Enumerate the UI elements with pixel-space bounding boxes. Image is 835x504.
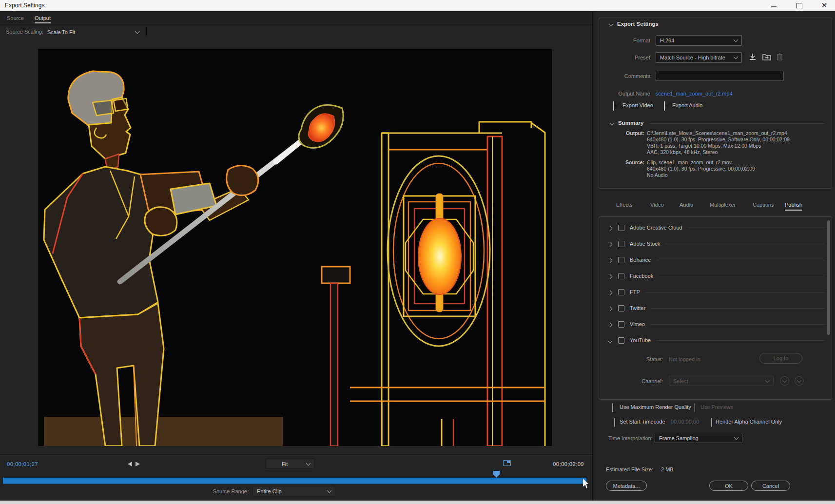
publish-item-vimeo[interactable]: Vimeo [608, 319, 825, 329]
zoom-level-value: Fit [282, 461, 288, 467]
step-back-icon[interactable] [128, 462, 132, 466]
export-settings-dialog: Export Settings Source Output Source Sca… [0, 0, 835, 504]
publish-item-facebook[interactable]: Facebook [608, 271, 825, 281]
summary-output-line: 640x480 (1.0), 30 fps, Progressive, Soft… [647, 136, 790, 142]
publish-checkbox[interactable] [618, 273, 624, 279]
cancel-button[interactable]: Cancel [751, 481, 790, 491]
output-name-label: Output Name: [600, 91, 652, 97]
preset-label: Preset: [600, 55, 652, 60]
chevron-right-icon[interactable] [608, 255, 618, 264]
source-scaling-dropdown[interactable]: Scale To Fit [43, 27, 143, 37]
save-preset-icon[interactable] [748, 53, 757, 61]
tab-source[interactable]: Source [7, 15, 24, 21]
close-icon[interactable] [820, 1, 829, 10]
set-start-timecode-checkbox[interactable] [614, 418, 615, 427]
metadata-button[interactable]: Metadata... [606, 481, 647, 491]
summary-header: Summary [618, 120, 643, 126]
youtube-status-label: Status: [614, 356, 663, 362]
preview-tab-strip [0, 11, 592, 25]
publish-checkbox[interactable] [618, 305, 624, 311]
window-title: Export Settings [5, 2, 44, 9]
tab-captions[interactable]: Captions [753, 202, 774, 210]
cancel-button-label: Cancel [762, 483, 779, 489]
publish-item-label: YouTube [630, 337, 651, 343]
divider [146, 27, 147, 36]
ok-button[interactable]: OK [709, 481, 748, 491]
time-interpolation-value: Frame Sampling [659, 435, 699, 441]
source-scaling-value: Scale To Fit [47, 29, 75, 35]
use-previews-checkbox[interactable] [694, 403, 695, 412]
step-forward-icon[interactable] [136, 462, 140, 466]
publish-checkbox[interactable] [618, 321, 624, 328]
molten-glass [299, 105, 343, 148]
tab-video[interactable]: Video [650, 202, 664, 210]
current-timecode[interactable]: 00;00;01;27 [7, 461, 38, 467]
divider [656, 260, 825, 260]
publish-scrollbar[interactable] [827, 220, 830, 335]
summary-source-line: No Audio [647, 172, 668, 178]
preview-frame-artwork [38, 49, 552, 446]
export-video-label: Export Video [622, 102, 653, 108]
export-video-checkbox[interactable] [613, 101, 614, 111]
publish-checkbox[interactable] [618, 241, 624, 247]
summary-output-label: Output: [600, 130, 644, 136]
publish-item-adobe-creative-cloud[interactable]: Adobe Creative Cloud [608, 223, 825, 233]
time-interpolation-dropdown[interactable]: Frame Sampling [655, 433, 742, 443]
chevron-down-icon[interactable] [608, 336, 618, 345]
chevron-right-icon[interactable] [608, 271, 618, 280]
preset-dropdown[interactable]: Match Source - High bitrate [656, 52, 742, 63]
tab-multiplexer[interactable]: Multiplexer [710, 202, 736, 210]
chevron-right-icon[interactable] [608, 223, 618, 232]
comments-label: Comments: [600, 73, 652, 79]
refresh-channel-icon[interactable] [780, 376, 789, 386]
source-range-dropdown[interactable]: Entire Clip [252, 486, 335, 496]
delete-preset-icon[interactable] [777, 53, 783, 61]
chevron-right-icon[interactable] [608, 288, 618, 296]
publish-item-behance[interactable]: Behance [608, 255, 825, 265]
max-render-quality-checkbox[interactable] [612, 403, 613, 412]
youtube-channel-value: Select [673, 378, 688, 384]
preview-output-icon[interactable] [503, 460, 511, 466]
render-alpha-checkbox[interactable] [711, 418, 712, 427]
youtube-status-value: Not logged in [669, 356, 700, 362]
youtube-channel-dropdown[interactable]: Select [669, 376, 774, 386]
chevron-right-icon[interactable] [608, 304, 618, 312]
comments-input[interactable] [656, 71, 784, 81]
publish-item-twitter[interactable]: Twitter [608, 303, 825, 313]
remove-channel-icon[interactable] [795, 376, 804, 386]
format-value: H.264 [660, 38, 674, 43]
estimated-size-label: Estimated File Size: [606, 466, 653, 472]
maximize-icon[interactable] [796, 3, 802, 8]
tab-audio[interactable]: Audio [680, 202, 693, 210]
publish-item-ftp[interactable]: FTP [608, 287, 825, 297]
output-name-link[interactable]: scene1_man_zoom_out_r2.mp4 [656, 91, 733, 97]
export-audio-checkbox[interactable] [664, 101, 665, 111]
minimize-icon[interactable] [771, 6, 777, 7]
publish-item-adobe-stock[interactable]: Adobe Stock [608, 239, 825, 249]
import-preset-icon[interactable] [762, 53, 772, 61]
chevron-right-icon[interactable] [608, 320, 618, 329]
source-range-value: Entire Clip [257, 488, 282, 494]
tab-effects[interactable]: Effects [616, 202, 632, 210]
seek-bar[interactable] [3, 478, 586, 484]
publish-item-label: FTP [630, 289, 640, 295]
youtube-login-button[interactable]: Log In [759, 353, 802, 364]
ok-button-label: OK [725, 483, 733, 489]
playhead-handle[interactable] [493, 471, 500, 478]
tab-publish[interactable]: Publish [785, 202, 802, 211]
publish-checkbox[interactable] [618, 257, 624, 263]
format-dropdown[interactable]: H.264 [656, 35, 742, 46]
divider [688, 228, 825, 228]
chevron-down-icon [135, 29, 140, 34]
publish-item-label: Adobe Creative Cloud [630, 225, 682, 231]
publish-item-youtube[interactable]: YouTube [608, 335, 825, 345]
tab-output[interactable]: Output [35, 15, 51, 23]
publish-checkbox[interactable] [618, 225, 624, 231]
publish-item-label: Facebook [630, 273, 653, 279]
chevron-right-icon[interactable] [608, 239, 618, 248]
publish-checkbox[interactable] [618, 337, 624, 344]
zoom-level-dropdown[interactable]: Fit [266, 459, 314, 469]
publish-checkbox[interactable] [618, 289, 624, 295]
chevron-down-icon [765, 378, 770, 383]
divider [0, 25, 592, 25]
